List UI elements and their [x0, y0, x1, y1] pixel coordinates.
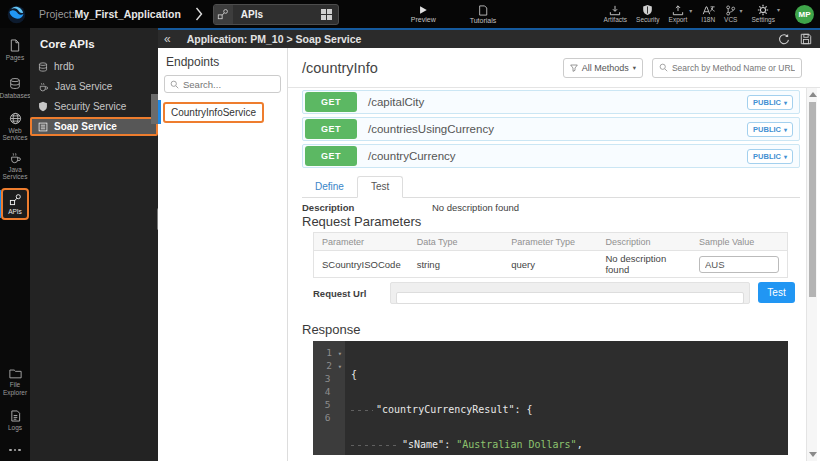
cell-parameter-type: query [503, 251, 597, 278]
visibility-label: PUBLIC [753, 125, 781, 134]
sidebar-item-web-services[interactable]: Web Services [0, 109, 30, 145]
line-number: 6 [325, 412, 331, 423]
method-row-countriesusingcurrency[interactable]: GET /countriesUsingCurrency PUBLIC▾ [302, 117, 800, 141]
chevron-down-icon: ▾ [784, 153, 787, 160]
endpoint-list-item-selected[interactable]: CountryInfoService [158, 101, 287, 123]
export-upload-icon [672, 5, 684, 16]
document-icon [478, 5, 488, 16]
response-title: Response [302, 322, 361, 337]
api-tab-icon [214, 5, 233, 24]
method-search-input[interactable] [672, 63, 795, 73]
all-methods-dropdown[interactable]: All Methods ▾ [563, 58, 643, 78]
apis-tab-label: APIs [241, 9, 263, 20]
sidebar-item-pages[interactable]: Pages [0, 36, 30, 64]
tab-define[interactable]: Define [302, 177, 357, 197]
sidebar-item-logs[interactable]: Logs [0, 407, 30, 434]
artifacts-download-icon [609, 5, 621, 16]
sidebar-item-databases[interactable]: Databases [0, 74, 30, 102]
security-button[interactable]: Security [636, 4, 659, 24]
endpoints-title: Endpoints [158, 48, 287, 75]
database-icon [38, 62, 48, 72]
tab-test[interactable]: Test [357, 176, 403, 198]
visibility-dropdown[interactable]: PUBLIC▾ [747, 149, 793, 164]
chevron-down-icon: ▾ [784, 99, 787, 106]
all-methods-label: All Methods [582, 63, 629, 73]
save-icon[interactable] [800, 33, 812, 45]
request-url-group [390, 282, 750, 304]
core-apis-item-java-service[interactable]: Java Service [30, 77, 158, 96]
collapse-panel-icon[interactable]: « [164, 33, 171, 45]
sidebar-item-file-explorer[interactable]: File Explorer [0, 365, 30, 399]
sample-value-input[interactable] [699, 256, 779, 273]
core-apis-item-hrdb[interactable]: hrdb [30, 57, 158, 76]
chevron-right-icon [195, 7, 203, 21]
service-header: /countryInfo All Methods ▾ [288, 48, 820, 88]
preview-label: Preview [411, 16, 436, 23]
core-apis-item-security-service[interactable]: Security Service [30, 97, 158, 116]
get-method-badge: GET [305, 146, 357, 166]
col-data-type: Data Type [409, 233, 503, 251]
method-row-capitalcity[interactable]: GET /capitalCity PUBLIC▾ [302, 90, 800, 114]
method-row-countrycurrency[interactable]: GET /countryCurrency PUBLIC▾ [302, 144, 800, 168]
database-icon [9, 77, 21, 90]
method-path: /countryCurrency [368, 150, 456, 162]
export-button[interactable]: Export ▾ [669, 5, 693, 24]
request-url-input[interactable] [396, 292, 744, 304]
visibility-dropdown[interactable]: PUBLIC▾ [747, 122, 793, 137]
visibility-label: PUBLIC [753, 152, 781, 161]
hrdb-label: hrdb [54, 61, 74, 72]
get-method-badge: GET [305, 119, 357, 139]
settings-button[interactable]: Settings ▾ [751, 4, 780, 24]
table-row: SCountryISOCode string query No descript… [314, 251, 788, 278]
cell-description: No description found [597, 251, 691, 278]
table-header-row: Parameter Data Type Parameter Type Descr… [314, 233, 788, 251]
refresh-icon[interactable] [778, 33, 790, 45]
line-number: 1 [326, 347, 332, 358]
request-parameters-table: Parameter Data Type Parameter Type Descr… [313, 232, 788, 278]
scroll-up-arrow[interactable] [809, 92, 817, 97]
scroll-down-arrow[interactable] [809, 452, 817, 457]
search-icon [659, 63, 668, 72]
core-apis-item-soap-service[interactable]: Soap Service [30, 117, 158, 136]
more-options-icon[interactable] [9, 449, 21, 452]
project-breadcrumb[interactable]: Project:My_First_Application [39, 8, 181, 20]
filter-funnel-icon [570, 64, 578, 72]
method-search[interactable] [652, 58, 802, 78]
security-label: Security [636, 17, 659, 24]
endpoints-search[interactable] [164, 75, 281, 93]
editor-gutter: 1 ▾ 2 ▾ 3 4 5 6 [313, 341, 345, 455]
log-file-icon [10, 410, 21, 422]
sidebar-item-java-services[interactable]: Java Services [0, 149, 30, 184]
sidebar-item-apis[interactable]: APIs [1, 188, 29, 220]
vcs-branch-icon [725, 5, 736, 16]
test-button[interactable]: Test [758, 282, 795, 303]
left-navigation-rail: Pages Databases Web Services Java Servic… [0, 28, 30, 461]
code-fold-icon[interactable]: ▾ [338, 363, 342, 371]
scrollbar-thumb[interactable] [809, 102, 816, 297]
apis-tab[interactable]: APIs [213, 4, 339, 25]
preview-button[interactable]: Preview [411, 5, 436, 24]
top-bar: Project:My_First_Application APIs Previe… [0, 0, 820, 28]
tutorials-button[interactable]: Tutorials [470, 5, 497, 24]
response-code-editor[interactable]: 1 ▾ 2 ▾ 3 4 5 6 { "countryCurrencyResult… [313, 341, 788, 455]
artifacts-button[interactable]: Artifacts [604, 5, 627, 24]
description-row: Description No description found [302, 202, 519, 213]
visibility-dropdown[interactable]: PUBLIC▾ [747, 95, 793, 110]
grid-icon[interactable] [321, 9, 332, 20]
endpoints-search-input[interactable] [183, 79, 263, 90]
core-apis-scrollbar-thumb[interactable] [151, 94, 158, 124]
user-avatar[interactable]: MP [795, 5, 814, 24]
line-number: 2 [326, 360, 332, 371]
i18n-button[interactable]: I18N [701, 5, 715, 24]
annotation-highlight: CountryInfoService [163, 102, 264, 123]
chevron-down-icon: ▾ [633, 64, 636, 72]
code-fold-icon[interactable]: ▾ [338, 350, 342, 358]
col-parameter-type: Parameter Type [503, 233, 597, 251]
project-name: My_First_Application [75, 8, 181, 20]
cell-data-type: string [409, 251, 503, 278]
wavemaker-logo-icon[interactable] [6, 4, 27, 25]
endpoints-panel: Endpoints CountryInfoService [158, 48, 288, 461]
vcs-button[interactable]: VCS ▾ [724, 5, 742, 24]
play-icon [418, 5, 428, 15]
main-scrollbar[interactable] [806, 88, 817, 461]
